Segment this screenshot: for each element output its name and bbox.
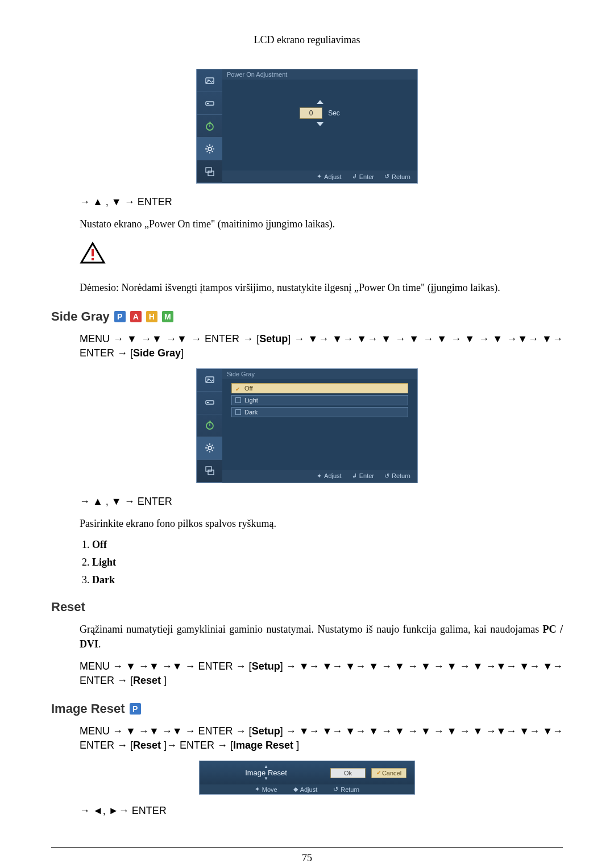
reset-menu-path: MENU → ▼ →▼ →▼ → ENTER → [Setup] → ▼→ ▼→…	[80, 659, 563, 688]
badge-a: A	[130, 311, 142, 322]
page-number: 75	[51, 852, 563, 864]
multi-icon	[197, 460, 222, 483]
footer-adjust-label: Adjust	[324, 472, 342, 479]
enter-icon: ↲	[352, 173, 357, 180]
page-rule	[51, 847, 563, 848]
osd-footer: ✦Adjust ↲Enter ↺Return	[222, 171, 417, 182]
gear-icon	[197, 437, 222, 460]
footer-enter-label: Enter	[359, 173, 374, 180]
side-gray-option-dark[interactable]: Dark	[231, 407, 408, 417]
osd-sidebar	[197, 69, 222, 183]
button-label: Cancel	[382, 770, 401, 776]
nav-line: → ◄, ►→ ENTER	[80, 804, 563, 818]
nav-line: → ▲ , ▼ → ENTER	[80, 195, 563, 209]
dialog-title: ▲ Image Reset ▼	[208, 765, 325, 781]
adjust-icon: ✦	[317, 173, 322, 180]
image-reset-menu-path: MENU → ▼ →▼ →▼ → ENTER → [Setup] → ▼→ ▼→…	[80, 724, 563, 753]
image-reset-dialog: ▲ Image Reset ▼ Ok ✔Cancel ✦Move ◆Adjust…	[199, 761, 415, 795]
footer-enter-label: Enter	[359, 472, 374, 479]
menu-path-prefix: MENU → ▼ →▼ →▼ → ENTER → [	[80, 333, 259, 344]
list-item: Dark	[92, 574, 563, 586]
footer-return-label: Return	[392, 472, 410, 479]
power-on-warning: Dėmesio: Norėdami išvengti įtampos virši…	[80, 281, 563, 295]
svg-rect-16	[206, 467, 211, 471]
osd-sidebar	[197, 369, 222, 483]
menu-path-suffix: ]	[181, 347, 184, 359]
badge-p: P	[130, 703, 141, 715]
heading-side-gray: Side Gray P A H M	[51, 309, 563, 324]
menu-path-target: Reset	[133, 675, 164, 686]
option-label: Off	[244, 385, 252, 392]
power-on-value[interactable]: 0	[300, 107, 322, 119]
menu-path-suffix: ]	[164, 675, 167, 686]
osd-title: Side Gray	[222, 369, 417, 379]
osd-power-on-adjustment: Power On Adjustment 0 Sec ✦Adjust ↲Enter…	[196, 69, 418, 184]
menu-path-reset: Reset	[133, 740, 164, 751]
footer-adjust-label: Adjust	[324, 173, 342, 180]
input-icon	[197, 92, 222, 115]
return-icon: ↺	[384, 173, 389, 180]
gear-icon	[197, 138, 222, 160]
reset-desc-prefix: Grąžinami numatytieji gamykliniai gamini…	[80, 624, 543, 635]
input-icon	[197, 392, 222, 414]
list-item: Light	[92, 556, 563, 568]
move-icon: ✦	[255, 786, 260, 793]
footer-return-label: Return	[341, 786, 359, 793]
warning-icon	[80, 242, 106, 267]
osd-side-gray: Side Gray Off Light Dark ✦Adjust ↲Enter …	[196, 368, 418, 483]
side-gray-desc: Pasirinkite ekrano fono pilkos spalvos r…	[80, 517, 563, 531]
footer-adjust-label: Adjust	[300, 786, 318, 793]
menu-path-prefix: MENU → ▼ →▼ →▼ → ENTER → [	[80, 725, 252, 737]
svg-rect-6	[206, 168, 211, 172]
timer-icon	[197, 414, 222, 437]
menu-path-setup: Setup	[252, 661, 280, 672]
reset-desc: Grąžinami numatytieji gamykliniai gamini…	[80, 622, 563, 651]
menu-path-target: Side Gray	[133, 347, 181, 359]
footer-move-label: Move	[262, 786, 277, 793]
svg-rect-9	[92, 258, 94, 260]
heading-text: Side Gray	[51, 309, 110, 324]
ok-button[interactable]: Ok	[330, 768, 366, 778]
svg-point-15	[208, 446, 211, 450]
badge-m: M	[162, 311, 173, 322]
return-icon: ↺	[333, 786, 338, 793]
adjust-icon: ✦	[317, 472, 322, 480]
badge-p: P	[114, 311, 126, 322]
heading-image-reset: Image Reset P	[51, 701, 563, 716]
menu-path-setup: Setup	[259, 333, 288, 344]
menu-path-prefix: MENU → ▼ →▼ →▼ → ENTER → [	[80, 661, 252, 672]
menu-path-suffix: ]	[296, 740, 299, 751]
unit-label: Sec	[328, 109, 340, 117]
footer-return-label: Return	[392, 173, 410, 180]
reset-desc-suffix: .	[98, 638, 101, 650]
option-label: Light	[244, 397, 258, 404]
list-item-label: Light	[92, 556, 116, 568]
nav-line: → ▲ , ▼ → ENTER	[80, 495, 563, 509]
option-label: Dark	[244, 409, 258, 416]
svg-rect-3	[207, 103, 209, 104]
side-gray-option-light[interactable]: Light	[231, 395, 408, 405]
checkbox-icon	[235, 409, 241, 415]
cancel-button[interactable]: ✔Cancel	[371, 768, 406, 778]
timer-icon	[197, 115, 222, 138]
power-on-desc: Nustato ekrano „Power On time" (maitinim…	[80, 217, 563, 231]
heading-reset: Reset	[51, 600, 563, 614]
triangle-down-icon: ▼	[264, 776, 268, 781]
checkbox-icon	[235, 397, 241, 403]
picture-icon	[197, 369, 222, 392]
heading-text: Reset	[51, 600, 85, 614]
multi-icon	[197, 160, 222, 183]
svg-point-5	[208, 147, 211, 151]
triangle-up-icon	[317, 100, 323, 104]
svg-rect-17	[208, 470, 214, 475]
menu-path-r2: ]→ ENTER → [	[164, 740, 233, 751]
button-label: Ok	[344, 770, 352, 776]
side-gray-menu-path: MENU → ▼ →▼ →▼ → ENTER → [Setup] → ▼→ ▼→…	[80, 332, 563, 360]
list-item-label: Dark	[92, 574, 115, 585]
side-gray-option-off[interactable]: Off	[231, 383, 408, 393]
svg-rect-8	[92, 249, 94, 256]
svg-rect-7	[208, 171, 214, 176]
badge-h: H	[146, 311, 157, 322]
dialog-footer: ✦Move ◆Adjust ↺Return	[200, 784, 414, 794]
heading-text: Image Reset	[51, 701, 125, 716]
